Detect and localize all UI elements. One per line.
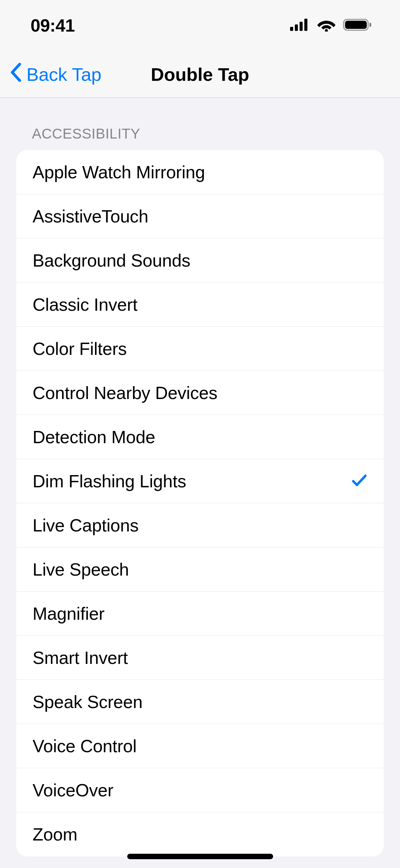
list-item[interactable]: Magnifier bbox=[16, 592, 384, 636]
list-item[interactable]: Dim Flashing Lights bbox=[16, 459, 384, 503]
list-item-label: Background Sounds bbox=[33, 250, 190, 271]
list-item[interactable]: Apple Watch Mirroring bbox=[16, 150, 384, 194]
list-item-label: VoiceOver bbox=[33, 780, 113, 800]
list-item-label: Color Filters bbox=[33, 339, 127, 359]
list-item[interactable]: Voice Control bbox=[16, 724, 384, 768]
list-item[interactable]: Control Nearby Devices bbox=[16, 371, 384, 415]
svg-point-4 bbox=[325, 29, 328, 32]
status-bar: 09:41 bbox=[0, 0, 400, 51]
list-item[interactable]: Live Speech bbox=[16, 547, 384, 592]
nav-back-button[interactable]: Back Tap bbox=[0, 63, 101, 86]
list-item-label: Detection Mode bbox=[33, 427, 155, 447]
list-item[interactable]: Speak Screen bbox=[16, 680, 384, 724]
content: Accessibility Apple Watch MirroringAssis… bbox=[0, 98, 400, 856]
list-item-label: Apple Watch Mirroring bbox=[33, 162, 205, 182]
list-item-label: AssistiveTouch bbox=[33, 206, 148, 227]
list-item[interactable]: VoiceOver bbox=[16, 768, 384, 812]
nav-back-label: Back Tap bbox=[26, 64, 101, 85]
list-item-label: Zoom bbox=[33, 824, 77, 845]
home-indicator[interactable] bbox=[127, 854, 273, 859]
checkmark-icon bbox=[351, 473, 367, 489]
list-item-label: Live Captions bbox=[33, 515, 138, 536]
nav-title: Double Tap bbox=[151, 64, 249, 85]
list-item-label: Magnifier bbox=[33, 603, 104, 624]
svg-rect-7 bbox=[369, 23, 371, 27]
chevron-left-icon bbox=[9, 63, 22, 86]
list-item-label: Control Nearby Devices bbox=[33, 383, 217, 403]
list-item-label: Live Speech bbox=[33, 559, 129, 580]
cellular-icon bbox=[290, 19, 310, 32]
svg-rect-2 bbox=[300, 22, 303, 31]
svg-rect-6 bbox=[345, 21, 367, 29]
status-icons bbox=[290, 18, 373, 33]
list-item[interactable]: Color Filters bbox=[16, 327, 384, 371]
list-item[interactable]: Zoom bbox=[16, 812, 384, 856]
list-item-label: Dim Flashing Lights bbox=[33, 471, 186, 491]
status-time: 09:41 bbox=[31, 15, 75, 36]
section-header: Accessibility bbox=[0, 126, 400, 150]
nav-bar: Back Tap Double Tap bbox=[0, 51, 400, 98]
list-item[interactable]: Live Captions bbox=[16, 503, 384, 547]
list-item[interactable]: AssistiveTouch bbox=[16, 194, 384, 238]
wifi-icon bbox=[317, 18, 336, 33]
list-item-label: Smart Invert bbox=[33, 648, 128, 668]
svg-rect-3 bbox=[304, 19, 307, 31]
svg-rect-1 bbox=[295, 24, 298, 31]
battery-icon bbox=[343, 18, 373, 33]
list-item-label: Classic Invert bbox=[33, 294, 137, 315]
svg-rect-0 bbox=[290, 27, 293, 31]
list-item[interactable]: Smart Invert bbox=[16, 636, 384, 680]
list-item[interactable]: Detection Mode bbox=[16, 415, 384, 459]
list-item[interactable]: Background Sounds bbox=[16, 238, 384, 283]
list-group: Apple Watch MirroringAssistiveTouchBackg… bbox=[16, 150, 384, 856]
list-item-label: Speak Screen bbox=[33, 692, 142, 712]
list-item[interactable]: Classic Invert bbox=[16, 283, 384, 327]
list-item-label: Voice Control bbox=[33, 736, 137, 756]
